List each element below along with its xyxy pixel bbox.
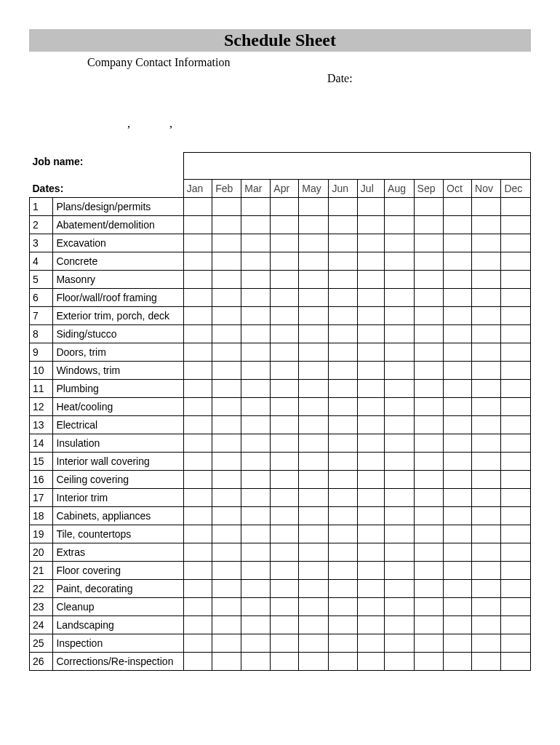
schedule-cell[interactable] [329,416,357,434]
schedule-cell[interactable] [183,398,212,416]
schedule-cell[interactable] [329,489,357,507]
schedule-cell[interactable] [385,234,414,252]
schedule-cell[interactable] [357,471,384,489]
schedule-cell[interactable] [414,489,443,507]
schedule-cell[interactable] [414,362,443,380]
schedule-cell[interactable] [329,616,357,634]
schedule-cell[interactable] [183,307,212,325]
schedule-cell[interactable] [212,453,241,471]
schedule-cell[interactable] [241,634,271,653]
schedule-cell[interactable] [241,252,271,271]
schedule-cell[interactable] [212,543,241,562]
schedule-cell[interactable] [183,252,212,271]
schedule-cell[interactable] [183,543,212,562]
schedule-cell[interactable] [329,634,357,653]
schedule-cell[interactable] [385,362,414,380]
schedule-cell[interactable] [414,525,443,543]
schedule-cell[interactable] [444,543,472,562]
schedule-cell[interactable] [414,507,443,525]
schedule-cell[interactable] [271,307,299,325]
schedule-cell[interactable] [414,580,443,598]
schedule-cell[interactable] [501,525,531,543]
schedule-cell[interactable] [385,507,414,525]
schedule-cell[interactable] [241,216,271,234]
schedule-cell[interactable] [271,634,299,653]
schedule-cell[interactable] [271,343,299,362]
schedule-cell[interactable] [212,343,241,362]
schedule-cell[interactable] [212,416,241,434]
schedule-cell[interactable] [212,598,241,616]
schedule-cell[interactable] [329,362,357,380]
schedule-cell[interactable] [212,362,241,380]
schedule-cell[interactable] [501,562,531,580]
schedule-cell[interactable] [241,343,271,362]
schedule-cell[interactable] [212,398,241,416]
schedule-cell[interactable] [271,525,299,543]
schedule-cell[interactable] [472,543,501,562]
schedule-cell[interactable] [241,434,271,453]
schedule-cell[interactable] [501,289,531,307]
schedule-cell[interactable] [329,398,357,416]
schedule-cell[interactable] [212,198,241,216]
schedule-cell[interactable] [212,234,241,252]
job-name-input[interactable] [183,153,530,180]
schedule-cell[interactable] [414,453,443,471]
schedule-cell[interactable] [212,653,241,671]
schedule-cell[interactable] [271,271,299,289]
schedule-cell[interactable] [385,598,414,616]
schedule-cell[interactable] [501,634,531,653]
schedule-cell[interactable] [271,325,299,343]
schedule-cell[interactable] [329,216,357,234]
schedule-cell[interactable] [241,416,271,434]
schedule-cell[interactable] [414,416,443,434]
schedule-cell[interactable] [299,252,329,271]
schedule-cell[interactable] [472,234,501,252]
schedule-cell[interactable] [241,598,271,616]
schedule-cell[interactable] [472,271,501,289]
schedule-cell[interactable] [212,634,241,653]
schedule-cell[interactable] [385,616,414,634]
schedule-cell[interactable] [299,343,329,362]
schedule-cell[interactable] [212,507,241,525]
schedule-cell[interactable] [241,234,271,252]
schedule-cell[interactable] [183,234,212,252]
schedule-cell[interactable] [385,216,414,234]
schedule-cell[interactable] [385,416,414,434]
schedule-cell[interactable] [241,616,271,634]
schedule-cell[interactable] [329,453,357,471]
schedule-cell[interactable] [472,525,501,543]
schedule-cell[interactable] [357,562,384,580]
schedule-cell[interactable] [472,216,501,234]
schedule-cell[interactable] [385,325,414,343]
schedule-cell[interactable] [299,598,329,616]
schedule-cell[interactable] [357,580,384,598]
schedule-cell[interactable] [241,562,271,580]
schedule-cell[interactable] [472,343,501,362]
schedule-cell[interactable] [472,634,501,653]
schedule-cell[interactable] [385,289,414,307]
schedule-cell[interactable] [329,580,357,598]
schedule-cell[interactable] [385,471,414,489]
schedule-cell[interactable] [357,543,384,562]
schedule-cell[interactable] [241,289,271,307]
schedule-cell[interactable] [183,453,212,471]
schedule-cell[interactable] [385,634,414,653]
schedule-cell[interactable] [501,489,531,507]
schedule-cell[interactable] [329,471,357,489]
schedule-cell[interactable] [271,416,299,434]
schedule-cell[interactable] [501,271,531,289]
schedule-cell[interactable] [299,580,329,598]
schedule-cell[interactable] [444,362,472,380]
schedule-cell[interactable] [357,616,384,634]
schedule-cell[interactable] [414,471,443,489]
schedule-cell[interactable] [472,489,501,507]
schedule-cell[interactable] [501,616,531,634]
schedule-cell[interactable] [414,234,443,252]
schedule-cell[interactable] [385,307,414,325]
schedule-cell[interactable] [472,252,501,271]
schedule-cell[interactable] [183,580,212,598]
schedule-cell[interactable] [271,362,299,380]
schedule-cell[interactable] [271,598,299,616]
schedule-cell[interactable] [385,453,414,471]
schedule-cell[interactable] [414,325,443,343]
